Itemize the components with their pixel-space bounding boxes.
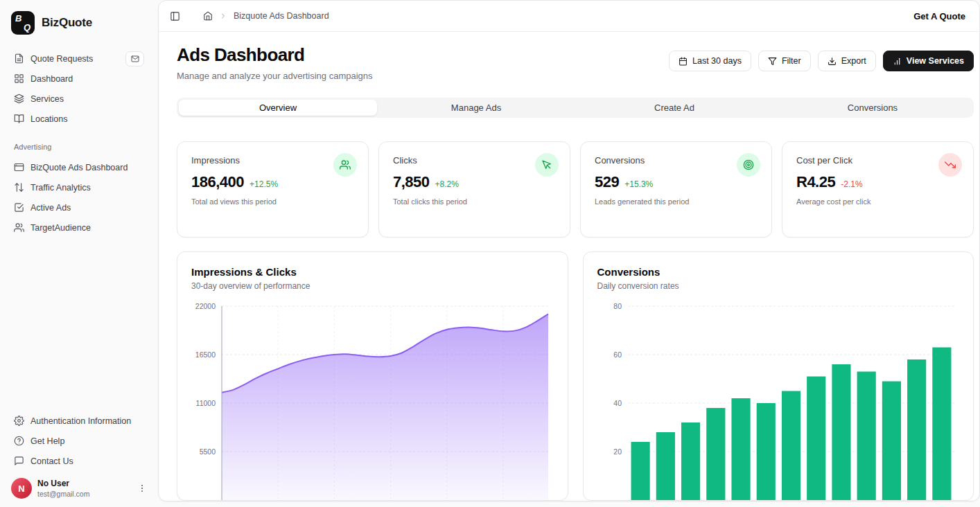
filter-icon: [768, 57, 777, 66]
arrows-up-down-icon: [14, 182, 24, 193]
date-range-label: Last 30 days: [692, 56, 742, 66]
impressions-clicks-chart-card: Impressions & Clicks 30-day overview of …: [177, 251, 568, 501]
conversions-bar-chart: 20406080: [597, 301, 961, 500]
page-header: Ads Dashboard Manage and analyze your ad…: [177, 44, 974, 81]
sidebar-item-contact-us[interactable]: Contact Us: [8, 451, 150, 471]
header-actions: Last 30 days Filter Export: [669, 51, 974, 71]
stat-label: Clicks: [393, 155, 556, 166]
sidebar-item-label: Get Help: [30, 436, 64, 446]
view-services-label: View Services: [907, 56, 964, 66]
sidebar-item-get-help[interactable]: Get Help: [8, 431, 150, 451]
sidebar-item-label: BizQuote Ads Dashboard: [30, 163, 128, 172]
get-a-quote-link[interactable]: Get A Quote: [913, 11, 965, 21]
date-range-button[interactable]: Last 30 days: [669, 51, 751, 71]
svg-text:11000: 11000: [196, 399, 216, 407]
sidebar-item-targetaudience[interactable]: TargetAudience: [8, 217, 150, 238]
sidebar: B Q BizQuote Quote Requests Dashboard: [0, 0, 158, 507]
mail-icon: [131, 55, 139, 63]
impressions-clicks-area-chart: 5500110001650022000: [191, 301, 555, 500]
filter-button[interactable]: Filter: [758, 51, 811, 71]
book-open-icon: [14, 114, 24, 124]
home-icon[interactable]: [203, 11, 213, 21]
export-label: Export: [841, 56, 866, 66]
stat-value: 529: [595, 173, 619, 191]
bar-chart-icon: [893, 57, 902, 66]
stat-change: -2.1%: [841, 179, 862, 189]
help-circle-icon: [14, 436, 24, 446]
page-subtitle: Manage and analyze your advertising camp…: [177, 71, 373, 81]
chart-subtitle: Daily conversion rates: [597, 281, 961, 291]
sidebar-item-bizquote-ads-dashboard[interactable]: BizQuote Ads Dashboard: [8, 157, 150, 177]
chevron-right-icon: [219, 12, 227, 20]
check-square-icon: [14, 202, 24, 213]
layers-icon: [14, 94, 24, 104]
svg-text:5500: 5500: [200, 447, 216, 456]
sidebar-item-label: TargetAudience: [30, 223, 91, 233]
avatar: N: [11, 478, 32, 499]
user-meta: No User test@gmail.com: [37, 479, 89, 498]
sidebar-item-locations[interactable]: Locations: [8, 109, 150, 129]
stat-card-impressions: Impressions 186,400 +12.5% Total ad view…: [177, 141, 369, 238]
stat-value: 7,850: [393, 173, 430, 191]
users-icon: [14, 222, 24, 233]
mail-badge-button[interactable]: [125, 51, 144, 66]
svg-text:60: 60: [613, 350, 622, 359]
topbar: Bizquote Ads Dashboard Get A Quote: [159, 1, 979, 32]
export-button[interactable]: Export: [818, 51, 876, 71]
content: Ads Dashboard Manage and analyze your ad…: [159, 32, 979, 501]
stat-change: +15.3%: [624, 179, 653, 189]
stat-value: R4.25: [796, 173, 835, 191]
browser-icon: [14, 162, 24, 172]
trending-down-icon: [938, 153, 962, 177]
view-services-button[interactable]: View Services: [883, 51, 974, 71]
sidebar-item-label: Services: [30, 94, 64, 104]
svg-text:40: 40: [613, 399, 622, 407]
chart-title: Impressions & Clicks: [191, 266, 555, 278]
mouse-pointer-icon: [535, 153, 559, 177]
svg-text:20: 20: [613, 447, 622, 456]
sidebar-item-authentication-information[interactable]: Authentication Information: [8, 411, 150, 431]
sidebar-item-label: Dashboard: [30, 74, 73, 84]
sidebar-nav: Quote Requests Dashboard Services Locati: [8, 48, 150, 238]
svg-text:16500: 16500: [195, 350, 216, 359]
tab-conversions[interactable]: Conversions: [773, 100, 972, 116]
sidebar-item-label: Quote Requests: [30, 54, 93, 64]
conversions-chart-card: Conversions Daily conversion rates 20406…: [583, 251, 974, 501]
svg-text:80: 80: [613, 302, 622, 310]
app-logo: B Q BizQuote: [8, 8, 150, 48]
user-menu[interactable]: N No User test@gmail.com: [8, 471, 150, 500]
sidebar-toggle-icon[interactable]: [170, 11, 180, 21]
tab-overview[interactable]: Overview: [179, 100, 377, 116]
message-square-icon: [14, 456, 24, 466]
stat-card-clicks: Clicks 7,850 +8.2% Total clicks this per…: [378, 141, 570, 238]
tab-bar: Overview Manage Ads Create Ad Conversion…: [177, 98, 974, 118]
sidebar-item-label: Active Ads: [30, 203, 71, 213]
tab-create-ad[interactable]: Create Ad: [575, 100, 773, 116]
grid-icon: [14, 73, 24, 84]
stat-description: Total clicks this period: [393, 197, 556, 206]
sidebar-item-label: Contact Us: [30, 456, 73, 466]
sidebar-section-advertising: Advertising: [8, 129, 150, 157]
sidebar-item-label: Traffic Analytics: [30, 183, 91, 193]
file-text-icon: [14, 53, 24, 64]
chart-title: Conversions: [597, 266, 961, 278]
download-icon: [828, 57, 837, 66]
kebab-menu-icon[interactable]: [137, 483, 147, 493]
sidebar-item-traffic-analytics[interactable]: Traffic Analytics: [8, 177, 150, 197]
svg-text:22000: 22000: [195, 302, 216, 310]
stat-change: +12.5%: [250, 179, 278, 189]
sidebar-footer: Authentication Information Get Help Cont…: [8, 411, 150, 500]
sidebar-item-active-ads[interactable]: Active Ads: [8, 197, 150, 217]
bizquote-logo-icon: B Q: [11, 11, 35, 35]
stat-description: Average cost per click: [796, 197, 959, 206]
sidebar-item-services[interactable]: Services: [8, 89, 150, 109]
breadcrumb[interactable]: Bizquote Ads Dashboard: [234, 11, 329, 21]
stat-change: +8.2%: [435, 179, 459, 189]
sidebar-item-dashboard[interactable]: Dashboard: [8, 69, 150, 89]
sidebar-item-quote-requests[interactable]: Quote Requests: [8, 48, 150, 69]
app-name: BizQuote: [42, 16, 92, 30]
chart-subtitle: 30-day overview of performance: [191, 281, 555, 291]
main-panel: Bizquote Ads Dashboard Get A Quote Ads D…: [158, 0, 980, 501]
user-email: test@gmail.com: [37, 490, 89, 498]
tab-manage-ads[interactable]: Manage Ads: [377, 100, 575, 116]
